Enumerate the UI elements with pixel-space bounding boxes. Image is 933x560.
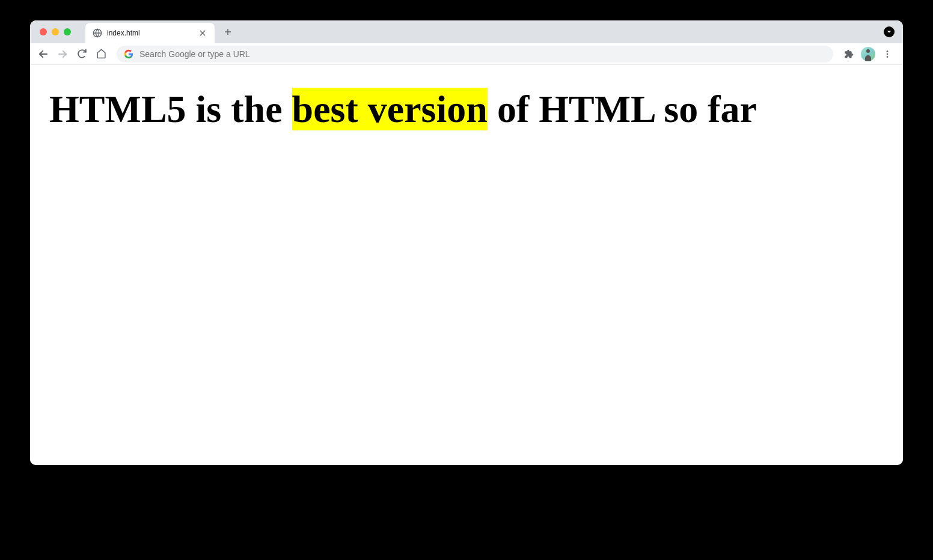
home-button[interactable] — [93, 46, 109, 62]
browser-window: index.html — [30, 20, 903, 465]
svg-point-10 — [887, 56, 889, 58]
address-input[interactable] — [139, 49, 826, 59]
forward-button[interactable] — [54, 46, 71, 62]
browser-tab[interactable]: index.html — [85, 23, 215, 43]
page-heading: HTML5 is the best version of HTML so far — [49, 85, 884, 133]
close-window-button[interactable] — [40, 28, 47, 35]
svg-point-8 — [887, 50, 889, 52]
toolbar-actions — [840, 46, 898, 62]
browser-toolbar — [30, 43, 903, 65]
extensions-button[interactable] — [840, 46, 857, 62]
heading-text-after: of HTML so far — [488, 88, 757, 130]
tab-title: index.html — [107, 29, 198, 37]
globe-icon — [93, 28, 102, 38]
reload-button[interactable] — [73, 46, 90, 62]
svg-point-9 — [887, 53, 889, 55]
maximize-window-button[interactable] — [64, 28, 71, 35]
address-bar[interactable] — [117, 46, 833, 62]
search-tabs-button[interactable] — [884, 26, 895, 37]
page-content: HTML5 is the best version of HTML so far — [30, 65, 903, 465]
heading-highlight: best version — [292, 88, 488, 130]
profile-avatar[interactable] — [861, 47, 875, 61]
minimize-window-button[interactable] — [52, 28, 59, 35]
window-controls — [36, 28, 71, 35]
heading-text-before: HTML5 is the — [49, 88, 292, 130]
close-tab-button[interactable] — [198, 28, 207, 38]
google-icon — [124, 49, 133, 59]
back-button[interactable] — [35, 46, 52, 62]
tab-strip: index.html — [30, 20, 903, 43]
browser-menu-button[interactable] — [879, 46, 896, 62]
new-tab-button[interactable] — [219, 23, 236, 40]
